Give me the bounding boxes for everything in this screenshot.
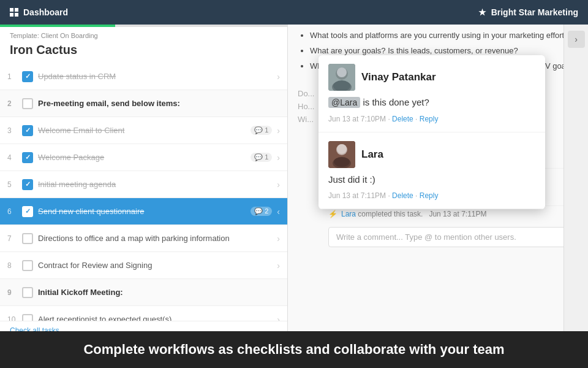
chevron-right-icon: › [277,315,280,321]
delete-link-lara[interactable]: Delete [392,191,413,200]
checkbox[interactable] [22,233,33,244]
chevron-right-icon: › [277,180,280,190]
comment-name-vinay: Vinay Patankar [361,71,436,83]
chevron-right-icon: › [277,234,280,243]
task-num: 1 [7,72,22,81]
task-num: 8 [7,261,22,270]
comment-badge: 💬 1 [251,126,272,135]
task-text: Update status in CRM [38,72,274,81]
task-num: 10 [7,315,22,321]
activity-section: › [564,25,588,331]
comment-text-vinay: is this done yet? [363,97,429,107]
comment-item-lara: Lara Just did it :) Jun 13 at 7:11PM · D… [318,132,545,210]
checkbox[interactable] [22,287,33,298]
task-text: Pre-meeting email, send below items: [38,99,280,108]
svg-point-12 [337,144,347,154]
task-text: Send new client questionnaire [38,207,251,216]
checkbox[interactable] [22,260,33,271]
task-item[interactable]: 10 Alert receptionist to expected guest(… [0,306,287,321]
star-icon: ★ [478,7,486,17]
doc-line-1: What tools and platforms are you current… [310,29,578,42]
task-text: Contract for Review and Signing [38,261,274,270]
task-num: 6 [7,207,22,216]
comment-footer-lara: Jun 13 at 7:11PM · Delete · Reply [328,191,535,200]
header: Dashboard ★ Bright Star Marketing [0,0,588,25]
reply-link-lara[interactable]: Reply [420,191,439,200]
checkbox[interactable] [22,98,33,109]
grid-icon [10,8,18,17]
activity-user-link[interactable]: Lara [341,210,356,218]
avatar-vinay [328,64,355,91]
mention-tag: @Lara [328,97,360,108]
chevron-left-icon: ‹ [277,207,280,217]
task-text: Welcome Email to Client [38,126,251,135]
task-text: Initial meeting agenda [38,180,274,189]
checkbox[interactable] [22,314,33,321]
comment-body-lara: Just did it :) [328,173,535,187]
banner-text: Complete workflows as checklists and col… [83,342,504,358]
svg-point-7 [337,67,347,77]
task-item[interactable]: 8 Contract for Review and Signing › [0,252,287,279]
comment-footer-vinay: Jun 13 at 7:10PM · Delete · Reply [328,115,535,123]
task-num: 3 [7,126,22,135]
comment-header-vinay: Vinay Patankar [328,64,535,91]
task-item[interactable]: 3 ✓ Welcome Email to Client 💬 1 › [0,117,287,144]
task-item[interactable]: 7 Directions to office and a map with pa… [0,225,287,252]
doc-extra2: Ho... [298,102,314,111]
header-title[interactable]: Dashboard [23,7,68,17]
task-num: 5 [7,180,22,189]
chevron-right-icon: › [277,153,280,163]
task-item[interactable]: 5 ✓ Initial meeting agenda › [0,171,287,198]
task-text: Alert receptionist to expected guest(s) [38,315,274,321]
checkbox[interactable]: ✓ [22,125,33,136]
task-item[interactable]: 4 ✓ Welcome Package 💬 1 › [0,144,287,171]
progress-bar [0,25,287,27]
brand-name: Bright Star Marketing [491,7,578,17]
comment-input[interactable]: Write a comment... Type @ to mention oth… [328,227,578,247]
chevron-right-icon: › [277,126,280,136]
task-item-active[interactable]: 6 ✓ Send new client questionnaire 💬 2 ‹ [0,198,287,225]
reply-link-vinay[interactable]: Reply [420,115,439,123]
comment-badge: 💬 2 [251,207,272,216]
task-section: 9 Initial Kickoff Meeting: [0,279,287,306]
left-panel: Template: Client On Boarding Iron Cactus… [0,25,288,331]
project-title: Iron Cactus [0,42,287,63]
progress-fill [0,25,115,27]
chevron-right-icon: › [277,261,280,270]
activity-text: Lara completed this task. Jun 13 at 7:11… [341,210,486,218]
comment-body-vinay: @Lara is this done yet? [328,96,535,110]
header-left: Dashboard [10,7,68,17]
task-text: Welcome Package [38,153,251,162]
task-section: 2 Pre-meeting email, send below items: [0,90,287,117]
comment-popup: Vinay Patankar @Lara is this done yet? J… [318,55,545,209]
chevron-right-icon: › [277,72,280,82]
delete-link-vinay[interactable]: Delete [392,115,413,123]
main-layout: Template: Client On Boarding Iron Cactus… [0,25,588,331]
checkbox[interactable]: ✓ [22,206,33,217]
comment-badge: 💬 1 [251,153,272,162]
comment-header-lara: Lara [328,141,535,168]
right-panel: What tools and platforms are you current… [288,25,588,331]
checkbox[interactable]: ✓ [22,152,33,163]
comment-item-vinay: Vinay Patankar @Lara is this done yet? J… [318,55,545,132]
activity-icon: ⚡ [328,210,337,218]
checkbox[interactable]: ✓ [22,71,33,82]
task-item[interactable]: 1 ✓ Update status in CRM › [0,63,287,90]
task-list: 1 ✓ Update status in CRM › 2 Pre-meeting… [0,63,287,321]
doc-extra: Do... [298,89,314,98]
collapse-button[interactable]: › [568,31,585,48]
avatar-lara [328,141,355,168]
svg-point-13 [334,157,350,167]
task-num: 9 [7,288,22,297]
template-label: Template: Client On Boarding [0,27,287,42]
comment-name-lara: Lara [361,148,383,161]
doc-extra3: Wi... [298,115,314,124]
bottom-banner: Complete workflows as checklists and col… [0,331,588,368]
header-right: ★ Bright Star Marketing [478,7,578,17]
check-all-tasks[interactable]: Check all tasks [0,321,287,331]
task-text: Directions to office and a map with park… [38,234,274,243]
task-num: 4 [7,153,22,162]
checkbox[interactable]: ✓ [22,179,33,190]
task-num: 2 [7,99,22,108]
task-num: 7 [7,234,22,243]
